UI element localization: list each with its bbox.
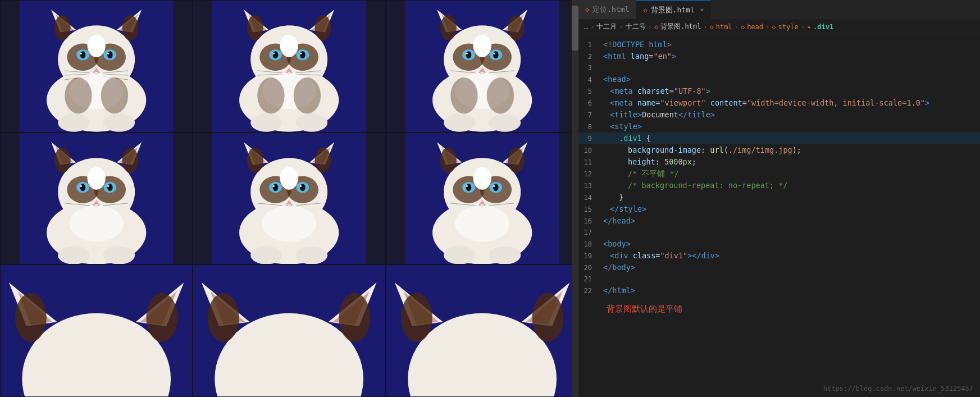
svg-point-116 [315, 147, 331, 172]
code-line-8: 8 <style> [578, 121, 980, 133]
tab-positioning-label: 定位.html [592, 4, 629, 15]
tab-bar: ◇ 定位.html ◇ 背景图.html ✕ [578, 0, 980, 20]
svg-point-79 [444, 113, 475, 131]
svg-point-99 [107, 184, 113, 191]
tab-background-icon: ◇ [643, 6, 647, 14]
browser-preview [0, 0, 578, 397]
code-line-11: 11 height: 5000px; [578, 156, 980, 168]
cat-cell-4 [0, 133, 193, 265]
cat-image-8 [193, 265, 385, 396]
svg-point-91 [54, 147, 71, 172]
cat-cell-8 [193, 264, 385, 397]
svg-point-37 [247, 15, 263, 40]
code-line-6: 6 <meta name="viewport" content="width=d… [578, 97, 980, 109]
svg-point-66 [508, 15, 524, 40]
cat-grid [0, 0, 578, 397]
note-area: 背景图默认的是平铺 [578, 296, 980, 321]
svg-point-26 [103, 113, 135, 131]
svg-point-72 [466, 51, 471, 58]
breadcrumb-html-icon: ◇ [710, 23, 714, 31]
breadcrumb-class[interactable]: .div1 [813, 23, 833, 31]
svg-point-8 [122, 15, 139, 40]
svg-point-15 [107, 51, 113, 58]
browser-scrollbar[interactable] [572, 0, 578, 397]
footer-url: https://blog.csdn.net/weixin_53125457 [823, 385, 973, 393]
tab-background[interactable]: ◇ 背景图.html ✕ [636, 0, 711, 19]
svg-point-131 [262, 206, 317, 241]
svg-point-11 [88, 34, 106, 57]
breadcrumb-style-icon: ◇ [772, 23, 776, 31]
cat-image-6 [386, 133, 578, 264]
cat-cell-5 [193, 133, 385, 265]
svg-point-65 [440, 15, 456, 40]
code-line-4: 4 <head> [578, 74, 980, 85]
svg-point-153 [444, 246, 475, 264]
cat-cell-9 [386, 264, 578, 397]
code-line-14: 14 } [578, 191, 980, 203]
svg-point-28 [65, 77, 92, 113]
tab-close-button[interactable]: ✕ [700, 6, 704, 13]
breadcrumb-head-icon: ◇ [741, 23, 745, 31]
tab-positioning[interactable]: ◇ 定位.html [578, 0, 636, 19]
svg-point-149 [493, 185, 495, 186]
svg-point-100 [80, 185, 82, 186]
svg-point-41 [280, 34, 298, 57]
svg-point-125 [300, 185, 302, 186]
svg-point-95 [88, 167, 106, 189]
svg-point-44 [273, 51, 279, 58]
svg-point-83 [486, 77, 513, 113]
cat-cell-6 [386, 133, 578, 265]
cat-image-3 [386, 1, 578, 132]
code-line-1: 1 <!DOCTYPE html> [578, 39, 980, 51]
code-line-2: 2 <html lang="en"> [578, 51, 980, 62]
svg-point-7 [54, 15, 71, 40]
cat-cell-2 [193, 0, 385, 133]
code-line-9: 9 .div1 { [578, 133, 980, 144]
cat-cell-1 [0, 0, 193, 133]
tab-background-label: 背景图.html [651, 5, 695, 15]
breadcrumb-head[interactable]: head [747, 23, 763, 31]
svg-point-139 [440, 147, 456, 172]
cat-image-4 [1, 133, 192, 264]
svg-point-75 [493, 53, 495, 54]
breadcrumb-class-icon: ✦ [807, 23, 811, 31]
svg-point-178 [400, 293, 432, 342]
breadcrumb-html[interactable]: html [716, 23, 732, 31]
code-editor-body[interactable]: 1 <!DOCTYPE html> 2 <html lang="en"> 3 4… [578, 34, 980, 397]
browser-scrollbar-thumb[interactable] [572, 6, 578, 51]
note-text: 背景图默认的是平铺 [607, 304, 682, 313]
breadcrumb-day[interactable]: 十二号 [626, 22, 646, 31]
breadcrumb: … › 十二月 › 十二号 › ◇ 背景图.html › ◇ html › ◇ … [578, 20, 980, 34]
code-line-12: 12 /* 不平铺 */ [578, 168, 980, 180]
tab-positioning-icon: ◇ [585, 6, 589, 13]
svg-point-45 [300, 51, 306, 58]
svg-point-53 [251, 113, 282, 131]
code-editor: ◇ 定位.html ◇ 背景图.html ✕ … › 十二月 › 十二号 › ◇… [578, 0, 980, 397]
code-line-10: 10 background-image: url(./img/timg.jpg)… [578, 144, 980, 156]
svg-point-82 [450, 77, 477, 113]
code-line-5: 5 <meta charset="UTF-8"> [578, 85, 980, 97]
svg-point-54 [296, 113, 327, 131]
code-line-17: 17 [578, 227, 980, 238]
svg-point-107 [69, 206, 124, 241]
cat-cell-3 [386, 0, 578, 133]
svg-point-147 [493, 184, 499, 191]
code-line-3: 3 [578, 62, 980, 74]
breadcrumb-month[interactable]: 十二月 [596, 22, 617, 31]
svg-point-123 [300, 184, 306, 191]
breadcrumb-part: … [584, 23, 588, 31]
breadcrumb-style[interactable]: style [778, 23, 799, 31]
svg-point-14 [80, 51, 86, 58]
svg-point-129 [251, 246, 282, 264]
svg-point-115 [247, 147, 263, 172]
svg-point-140 [508, 147, 524, 172]
svg-point-119 [280, 167, 298, 189]
svg-point-29 [101, 77, 128, 113]
cat-image-9 [386, 265, 578, 396]
svg-point-92 [122, 147, 139, 172]
breadcrumb-file[interactable]: 背景图.html [660, 22, 701, 31]
breadcrumb-file-icon: ◇ [654, 23, 658, 31]
svg-point-143 [473, 167, 491, 189]
code-line-22: 22 </html> [578, 285, 980, 296]
svg-point-46 [273, 53, 275, 54]
